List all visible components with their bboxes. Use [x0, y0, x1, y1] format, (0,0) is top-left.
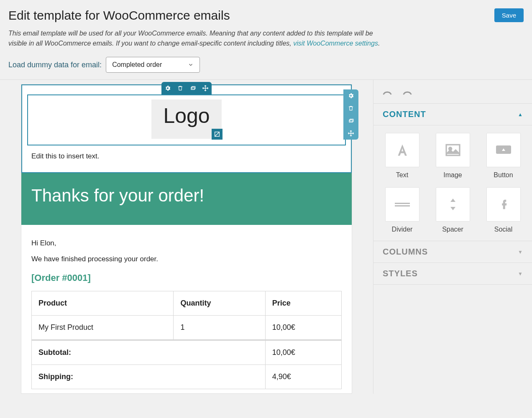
col-quantity: Quantity: [174, 291, 265, 316]
logo-placeholder[interactable]: Logo: [151, 99, 221, 139]
trash-icon[interactable]: [174, 82, 187, 94]
control-label: Social: [494, 226, 513, 233]
summary-label: Subtotal:: [32, 341, 266, 365]
side-gear-icon[interactable]: [343, 89, 358, 102]
summary-row: Shipping: 4,90€: [32, 365, 342, 389]
button-icon: [486, 133, 521, 167]
block-toolbar: [161, 82, 212, 94]
summary-value: 10,00€: [265, 341, 341, 365]
page-description: This email template will be used for all…: [8, 28, 393, 48]
selected-block[interactable]: Logo Edit this to insert text.: [21, 84, 352, 173]
control-button[interactable]: Button: [482, 133, 524, 179]
gear-icon[interactable]: [161, 82, 174, 94]
control-social[interactable]: Social: [482, 187, 524, 233]
panel-content-label: CONTENT: [383, 110, 426, 119]
summary-row: Subtotal: 10,00€: [32, 341, 342, 365]
social-icon: [486, 187, 521, 222]
side-duplicate-icon[interactable]: [343, 115, 358, 127]
svg-rect-10: [395, 205, 410, 206]
logo-text: Logo: [163, 104, 210, 127]
caret-down-icon: ▼: [518, 249, 523, 255]
logo-block[interactable]: Logo: [27, 94, 346, 145]
woocommerce-settings-link[interactable]: visit WooCommerce settings: [293, 40, 378, 47]
control-divider[interactable]: Divider: [381, 187, 423, 233]
svg-rect-9: [395, 203, 410, 204]
sidebar: CONTENT ▲ Text Image Button Di: [373, 80, 532, 394]
divider-icon: [385, 187, 419, 222]
side-trash-icon[interactable]: [343, 102, 358, 115]
panel-styles-label: STYLES: [383, 269, 418, 278]
control-label: Text: [396, 171, 408, 179]
email-canvas[interactable]: Logo Edit this to insert text. Thanks fo…: [21, 84, 352, 394]
page-header: Edit template for WooCommerce emails Sav…: [0, 0, 532, 79]
panel-columns[interactable]: COLUMNS ▼: [373, 241, 532, 263]
body-text: We have finished processing your order.: [31, 255, 342, 263]
history-bar: [373, 80, 532, 104]
page-title: Edit template for WooCommerce emails: [8, 8, 230, 23]
canvas-column: Logo Edit this to insert text. Thanks fo…: [0, 80, 373, 394]
col-price: Price: [265, 291, 341, 316]
template-select-value: Completed order: [112, 61, 162, 69]
control-label: Divider: [392, 226, 413, 233]
panel-content[interactable]: CONTENT ▲: [373, 104, 532, 125]
table-row: My First Product 1 10,00€: [32, 316, 342, 340]
move-icon[interactable]: [199, 82, 212, 94]
control-label: Button: [494, 171, 513, 179]
text-placeholder[interactable]: Edit this to insert text.: [22, 145, 351, 167]
save-button[interactable]: Save: [494, 8, 524, 22]
greeting-text: Hi Elon,: [31, 239, 342, 247]
cell-quantity: 1: [174, 316, 265, 340]
order-heading: [Order #0001]: [31, 273, 342, 283]
block-side-toolbar: [343, 89, 358, 140]
caret-down-icon: ▼: [518, 271, 523, 277]
undo-icon[interactable]: [381, 87, 394, 97]
control-label: Image: [443, 171, 462, 179]
workspace: Logo Edit this to insert text. Thanks fo…: [0, 79, 532, 394]
order-table: Product Quantity Price My First Product …: [31, 291, 342, 389]
control-text[interactable]: Text: [381, 133, 423, 179]
email-banner[interactable]: Thanks for your order!: [21, 173, 352, 225]
panel-styles[interactable]: STYLES ▼: [373, 263, 532, 285]
template-select[interactable]: Completed order: [106, 57, 200, 73]
side-move-icon[interactable]: [343, 127, 358, 140]
caret-up-icon: ▲: [518, 112, 523, 117]
control-spacer[interactable]: Spacer: [432, 187, 474, 233]
image-icon: [436, 133, 470, 167]
text-icon: [385, 133, 419, 167]
col-product: Product: [32, 291, 174, 316]
summary-value: 4,90€: [265, 365, 341, 389]
cell-product: My First Product: [32, 316, 174, 340]
summary-label: Shipping:: [32, 365, 266, 389]
control-label: Spacer: [442, 226, 463, 233]
cell-price: 10,00€: [265, 316, 341, 340]
panel-content-body: Text Image Button Divider Spacer: [373, 125, 532, 241]
email-body[interactable]: Hi Elon, We have finished processing you…: [21, 225, 352, 393]
spacer-icon: [436, 187, 470, 222]
duplicate-icon[interactable]: [187, 82, 199, 94]
panel-columns-label: COLUMNS: [383, 247, 428, 257]
chevron-down-icon: [188, 62, 194, 68]
load-dummy-label: Load dummy data for email:: [8, 61, 102, 69]
redo-icon[interactable]: [401, 87, 414, 97]
control-image[interactable]: Image: [432, 133, 474, 179]
desc-text-b: .: [378, 40, 380, 47]
banner-heading: Thanks for your order!: [31, 186, 204, 205]
svg-line-5: [215, 132, 219, 137]
table-header-row: Product Quantity Price: [32, 291, 342, 316]
edit-image-icon[interactable]: [212, 129, 223, 140]
